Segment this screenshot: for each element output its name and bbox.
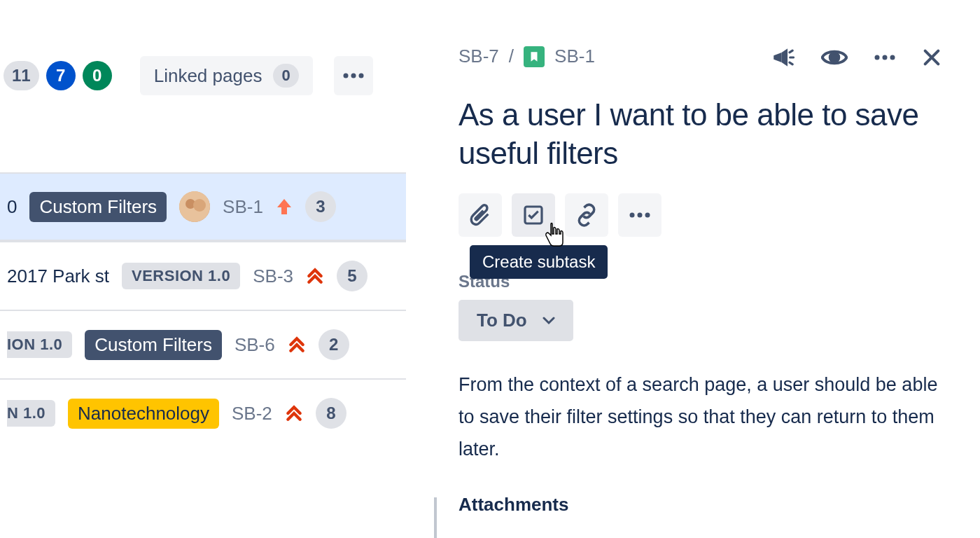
ellipsis-icon xyxy=(343,73,364,78)
svg-point-6 xyxy=(830,53,839,62)
link-button[interactable] xyxy=(565,193,608,237)
backlog-row[interactable]: N 1.0 Nanotechnology SB-2 8 xyxy=(0,378,406,447)
story-points: 5 xyxy=(337,261,368,291)
assignee-avatar[interactable] xyxy=(179,191,210,222)
backlog-list: 0 Custom Filters SB-1 3 2017 Park st VER… xyxy=(0,172,406,447)
pill-count-blue[interactable]: 7 xyxy=(46,61,76,90)
panel-divider xyxy=(434,497,437,538)
version-tag-trunc: N 1.0 xyxy=(7,400,55,427)
priority-highest-icon xyxy=(288,336,306,354)
pill-count-green[interactable]: 0 xyxy=(83,61,112,90)
subtask-icon xyxy=(522,204,545,226)
backlog-row[interactable]: 2017 Park st VERSION 1.0 SB-3 5 xyxy=(0,241,406,310)
ellipsis-icon xyxy=(629,212,650,218)
issue-key: SB-2 xyxy=(232,403,272,425)
label-tag[interactable]: Custom Filters xyxy=(29,192,167,222)
more-content-button[interactable] xyxy=(618,193,662,237)
attachments-heading: Attachments xyxy=(458,494,941,516)
issue-key: SB-6 xyxy=(234,334,275,356)
more-actions-button[interactable] xyxy=(874,55,895,60)
status-dropdown[interactable]: To Do xyxy=(458,300,573,341)
svg-point-13 xyxy=(645,213,650,218)
story-points: 2 xyxy=(318,329,349,360)
linked-pages-count: 0 xyxy=(273,64,298,88)
story-type-icon xyxy=(524,46,545,67)
svg-point-12 xyxy=(638,213,643,218)
issue-description[interactable]: From the context of a search page, a use… xyxy=(458,369,941,466)
create-subtask-button[interactable] xyxy=(512,193,555,237)
breadcrumb-separator: / xyxy=(509,46,514,67)
row-lead-text: 2017 Park st xyxy=(7,265,109,287)
chevron-down-icon xyxy=(542,317,555,325)
priority-medium-icon xyxy=(276,198,293,216)
story-points: 8 xyxy=(316,398,346,429)
attach-button[interactable] xyxy=(458,193,502,237)
backlog-row[interactable]: ION 1.0 Custom Filters SB-6 2 xyxy=(0,310,406,378)
svg-point-9 xyxy=(890,55,895,60)
version-tag-trunc: ION 1.0 xyxy=(7,331,72,358)
tooltip-create-subtask: Create subtask xyxy=(470,245,608,279)
link-icon xyxy=(575,203,598,227)
issue-key: SB-1 xyxy=(223,196,263,218)
linked-pages-label: Linked pages xyxy=(154,65,262,87)
svg-point-0 xyxy=(343,74,348,78)
linked-pages-button[interactable]: Linked pages 0 xyxy=(140,56,313,95)
feedback-button[interactable] xyxy=(771,46,794,69)
paperclip-icon xyxy=(468,203,492,227)
pill-count-grey[interactable]: 11 xyxy=(4,61,39,90)
svg-point-11 xyxy=(630,213,635,218)
svg-point-1 xyxy=(351,74,356,78)
watch-button[interactable] xyxy=(821,47,848,68)
version-tag[interactable]: VERSION 1.0 xyxy=(122,263,240,289)
breadcrumb-parent[interactable]: SB-7 xyxy=(458,46,499,67)
status-value: To Do xyxy=(477,310,527,331)
row-lead-text: 0 xyxy=(7,196,17,218)
label-tag[interactable]: Nanotechnology xyxy=(68,399,219,429)
svg-point-5 xyxy=(193,199,206,212)
issue-title[interactable]: As a user I want to be able to save usef… xyxy=(458,95,941,172)
svg-point-8 xyxy=(883,55,888,60)
issue-key: SB-3 xyxy=(253,265,293,287)
story-points: 3 xyxy=(305,191,336,222)
backlog-row[interactable]: 0 Custom Filters SB-1 3 xyxy=(0,172,406,241)
more-menu-button[interactable] xyxy=(334,56,373,95)
label-tag[interactable]: Custom Filters xyxy=(85,330,222,360)
priority-highest-icon xyxy=(285,404,303,422)
close-button[interactable] xyxy=(922,48,941,67)
breadcrumb-current[interactable]: SB-1 xyxy=(554,46,595,67)
svg-point-2 xyxy=(358,74,363,78)
priority-highest-icon xyxy=(306,267,324,285)
svg-point-7 xyxy=(875,55,880,60)
